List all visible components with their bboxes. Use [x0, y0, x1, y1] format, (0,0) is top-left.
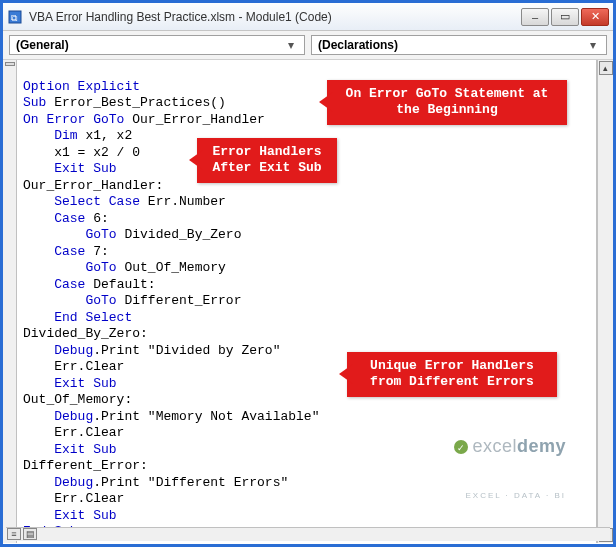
object-proc-bar: (General) ▾ (Declarations) ▾ — [3, 31, 613, 60]
code-line: On Error GoTo — [23, 112, 124, 127]
code-line: Out_Of_Memory: — [23, 392, 132, 407]
code-line: Dim — [23, 128, 78, 143]
code-line: Exit Sub — [23, 442, 117, 457]
svg-text:⧉: ⧉ — [11, 13, 18, 23]
code-line: x1 = x2 / 0 — [23, 145, 140, 160]
code-line: .Print "Divided by Zero" — [93, 343, 280, 358]
view-mode-bar: ≡ ▤ — [6, 527, 610, 541]
code-line: GoTo — [23, 227, 117, 242]
watermark-brand-a: excel — [472, 436, 517, 456]
code-line: Case — [23, 244, 85, 259]
full-module-view-button[interactable]: ▤ — [23, 528, 37, 540]
split-handle[interactable] — [5, 62, 15, 66]
watermark: exceldemy EXCEL · DATA · BI — [454, 405, 566, 537]
code-line: Our_Error_Handler — [124, 112, 264, 127]
code-line: Err.Clear — [23, 425, 124, 440]
procedure-dropdown-label: (Declarations) — [318, 38, 586, 52]
object-dropdown-label: (General) — [16, 38, 284, 52]
vertical-scrollbar[interactable]: ▴ ▾ — [597, 60, 613, 543]
code-line: Debug — [23, 409, 93, 424]
procedure-dropdown[interactable]: (Declarations) ▾ — [311, 35, 607, 55]
chevron-down-icon: ▾ — [586, 38, 600, 52]
code-line: Exit Sub — [23, 376, 117, 391]
watermark-brand-b: demy — [517, 436, 566, 456]
code-line: .Print "Different Errors" — [93, 475, 288, 490]
chevron-down-icon: ▾ — [284, 38, 298, 52]
code-line: GoTo — [23, 293, 117, 308]
code-line: Our_Error_Handler: — [23, 178, 163, 193]
code-line: Debug — [23, 343, 93, 358]
code-line: 7: — [85, 244, 108, 259]
callout-unique-handlers: Unique Error Handlersfrom Different Erro… — [347, 352, 557, 397]
window-buttons: – ▭ ✕ — [521, 8, 609, 26]
code-line: 6: — [85, 211, 108, 226]
maximize-button[interactable]: ▭ — [551, 8, 579, 26]
code-line: Default: — [85, 277, 155, 292]
code-line: Case — [23, 277, 85, 292]
watermark-tagline: EXCEL · DATA · BI — [454, 488, 566, 505]
code-line: Exit Sub — [23, 508, 117, 523]
minimize-button[interactable]: – — [521, 8, 549, 26]
callout-after-exit: Error HandlersAfter Exit Sub — [197, 138, 337, 183]
code-line: Err.Clear — [23, 491, 124, 506]
scroll-up-icon[interactable]: ▴ — [599, 61, 613, 75]
window-title: VBA Error Handling Best Practice.xlsm - … — [29, 10, 521, 24]
code-line: x1, x2 — [78, 128, 133, 143]
code-line: Case — [23, 211, 85, 226]
code-line: Err.Number — [140, 194, 226, 209]
procedure-view-button[interactable]: ≡ — [7, 528, 21, 540]
object-dropdown[interactable]: (General) ▾ — [9, 35, 305, 55]
check-icon — [454, 440, 468, 454]
code-line: Exit Sub — [23, 161, 117, 176]
code-line: Select Case — [23, 194, 140, 209]
code-line: Out_Of_Memory — [117, 260, 226, 275]
code-line: Divided_By_Zero: — [23, 326, 148, 341]
app-icon: ⧉ — [7, 9, 23, 25]
close-button[interactable]: ✕ — [581, 8, 609, 26]
code-line: GoTo — [23, 260, 117, 275]
code-line: Err.Clear — [23, 359, 124, 374]
code-area: Option Explicit Sub Error_Best_Practices… — [3, 60, 613, 543]
code-line: Option Explicit — [23, 79, 140, 94]
code-line: Error_Best_Practices() — [46, 95, 225, 110]
code-line: Different_Error: — [23, 458, 148, 473]
callout-on-error: On Error GoTo Statement atthe Beginning — [327, 80, 567, 125]
code-line: Sub — [23, 95, 46, 110]
code-pane[interactable]: Option Explicit Sub Error_Best_Practices… — [17, 60, 597, 543]
code-line: Different_Error — [117, 293, 242, 308]
code-line: Divided_By_Zero — [117, 227, 242, 242]
code-line: End Select — [23, 310, 132, 325]
code-line: Debug — [23, 475, 93, 490]
margin-gutter — [3, 60, 17, 543]
titlebar: ⧉ VBA Error Handling Best Practice.xlsm … — [3, 3, 613, 31]
code-line: .Print "Memory Not Available" — [93, 409, 319, 424]
